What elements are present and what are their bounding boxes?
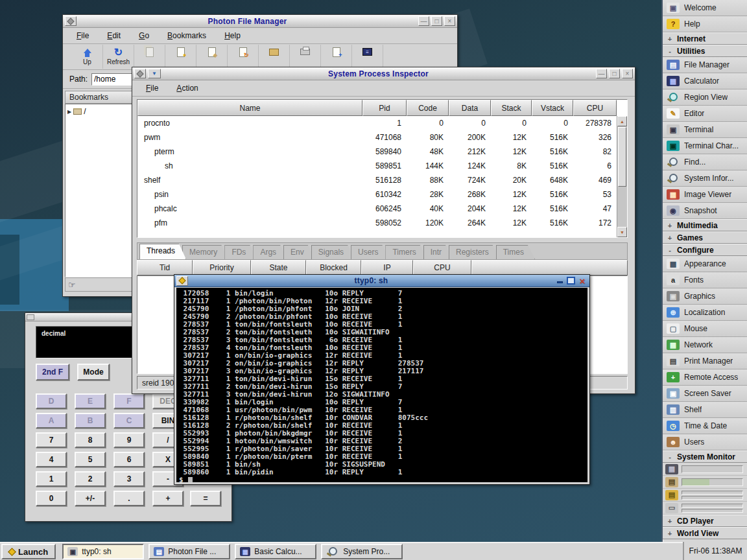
calc-button-2[interactable]: 2 — [75, 471, 106, 487]
toolbar-button-up[interactable]: Up — [72, 45, 103, 69]
toolbar-button-folder-new[interactable] — [259, 45, 290, 69]
column-header-name[interactable]: Name — [137, 100, 362, 116]
process-row-pfm[interactable]: pfm598052120K264K12K516K172 — [137, 216, 617, 230]
tab-signals[interactable]: Signals — [311, 245, 355, 259]
minimize-button[interactable] — [554, 277, 565, 285]
bookmarks-tree[interactable]: ▶ / — [65, 104, 139, 277]
tab-threads[interactable]: Threads — [139, 244, 186, 259]
shelf-item-file-manager[interactable]: ▤File Manager — [663, 57, 747, 73]
shelf-item-snapshot[interactable]: ◉Snapshot — [663, 203, 747, 219]
minimize-button[interactable]: — — [418, 16, 429, 26]
process-row-psin[interactable]: psin61034228K268K12K516K53 — [137, 187, 617, 202]
shelf-item-mouse[interactable]: ▢Mouse — [663, 321, 747, 337]
close-button[interactable]: × — [444, 16, 455, 26]
toolbar-button-book[interactable]: ≡ — [352, 45, 383, 69]
calc-button-6[interactable]: 6 — [113, 452, 145, 467]
tab-memory[interactable]: Memory — [182, 245, 228, 259]
shelf-item-remote-access[interactable]: +Remote Access — [663, 369, 747, 386]
shelf-item-help[interactable]: ?Help — [663, 16, 747, 32]
toolbar-button-doc-key[interactable]: ● — [165, 45, 196, 69]
shelf-item-system-infor[interactable]: System Infor... — [663, 170, 747, 187]
tab-timers[interactable]: Timers — [385, 245, 427, 259]
window-menu-button[interactable] — [65, 16, 77, 26]
shelf-item-shelf[interactable]: ▥Shelf — [663, 402, 747, 418]
shelf-item-calculator[interactable]: ▦Calculator — [663, 73, 747, 89]
minimize-button[interactable]: — — [596, 69, 607, 78]
collapse-button[interactable]: ▼ — [148, 69, 161, 78]
column-header-cpu[interactable]: CPU — [573, 100, 617, 116]
calc-button-d[interactable]: D — [36, 393, 67, 409]
task-button-ttyp0-sh[interactable]: ▣ttyp0: sh — [62, 544, 144, 559]
calc-button-mode[interactable]: Mode — [77, 364, 110, 380]
window-menu-button[interactable] — [176, 276, 188, 286]
close-button[interactable]: × — [622, 69, 633, 78]
window-menu-button[interactable] — [134, 69, 146, 78]
task-button-system-pro[interactable]: System Pro... — [321, 544, 403, 559]
process-row-phcalc[interactable]: phcalc60624540K204K12K516K47 — [137, 202, 617, 216]
calc-button-[interactable]: . — [113, 491, 145, 506]
calc-button-4[interactable]: 4 — [36, 452, 67, 467]
calc-button-b[interactable]: B — [75, 413, 106, 428]
calc-button-1[interactable]: 1 — [36, 471, 67, 487]
shelf-group-multimedia[interactable]: +Multimedia — [663, 219, 747, 231]
thread-column-header-blocked[interactable]: Blocked — [306, 260, 361, 275]
file-manager-titlebar[interactable]: Photon File Manager — □ × — [63, 15, 457, 28]
thread-column-header-priority[interactable]: Priority — [193, 260, 251, 275]
shelf-item-image-viewer[interactable]: ▦Image Viewer — [663, 187, 747, 203]
launch-button[interactable]: Launch — [1, 544, 56, 559]
process-table-scrollbar[interactable]: ▲ ▼ — [617, 116, 627, 237]
calc-button-[interactable]: +/- — [75, 491, 106, 506]
calc-button-f[interactable]: F — [113, 393, 145, 409]
calc-button-8[interactable]: 8 — [75, 432, 106, 448]
tab-args[interactable]: Args — [253, 245, 287, 259]
shelf-group-internet[interactable]: +Internet — [663, 32, 747, 45]
window-menu-button[interactable] — [27, 314, 34, 320]
tab-fds[interactable]: FDs — [224, 245, 257, 259]
shelf-item-users[interactable]: ☻Users — [663, 434, 747, 450]
tab-times[interactable]: Times — [496, 245, 535, 259]
thread-column-header-tid[interactable]: Tid — [137, 260, 193, 275]
menu-edit[interactable]: Edit — [99, 29, 129, 42]
column-header-vstack[interactable]: Vstack — [532, 100, 573, 116]
column-header-stack[interactable]: Stack — [491, 100, 532, 116]
calc-button-c[interactable]: C — [113, 413, 145, 428]
expand-arrow-icon[interactable]: ▶ — [67, 109, 71, 115]
shelf-item-network[interactable]: ▦Network — [663, 337, 747, 353]
shelf-item-editor[interactable]: ✎Editor — [663, 106, 747, 122]
close-button[interactable]: × — [577, 275, 587, 286]
tab-users[interactable]: Users — [351, 245, 389, 259]
shelf-item-terminal-char[interactable]: ▣Terminal Char... — [663, 138, 747, 154]
shelf-item-welcome[interactable]: ▣Welcome — [663, 0, 747, 16]
toolbar-button-doc-add[interactable]: + — [321, 45, 352, 69]
shelf-item-find[interactable]: Find... — [663, 154, 747, 170]
shelf-item-print-manager[interactable]: ▤Print Manager — [663, 353, 747, 369]
terminal-titlebar[interactable]: ttyp0: sh × — [174, 275, 589, 287]
menu-file[interactable]: File — [68, 29, 97, 42]
column-header-code[interactable]: Code — [407, 100, 449, 116]
shelf-item-appearance[interactable]: ▩Appearance — [663, 256, 747, 272]
maximize-button[interactable] — [567, 277, 575, 285]
maximize-button[interactable]: □ — [431, 16, 442, 26]
bookmark-root-item[interactable]: ▶ / — [67, 107, 136, 116]
calc-button-9[interactable]: 9 — [113, 432, 145, 448]
shelf-item-graphics[interactable]: ▣Graphics — [663, 288, 747, 305]
column-header-data[interactable]: Data — [449, 100, 491, 116]
menu-bookmarks[interactable]: Bookmarks — [159, 29, 215, 42]
tab-env[interactable]: Env — [283, 245, 315, 259]
maximize-button[interactable]: □ — [609, 69, 620, 78]
thread-column-header-state[interactable]: State — [251, 260, 306, 275]
menu-help[interactable]: Help — [216, 29, 249, 42]
calc-button-0[interactable]: 0 — [36, 491, 67, 506]
shelf-item-screen-saver[interactable]: ▣Screen Saver — [663, 386, 747, 402]
shelf-group-utilities[interactable]: -Utilities — [663, 45, 747, 57]
menu-go[interactable]: Go — [130, 29, 158, 42]
shelf-item-localization[interactable]: ⊕Localization — [663, 305, 747, 321]
scroll-down-icon[interactable]: ▼ — [617, 227, 627, 237]
process-inspector-titlebar[interactable]: ▼ System Process Inspector — □ × — [132, 67, 635, 80]
shelf-item-region-view[interactable]: Region View — [663, 89, 747, 106]
thread-column-header-ip[interactable]: IP — [361, 260, 413, 275]
tab-registers[interactable]: Registers — [449, 245, 500, 259]
shelf-item-fonts[interactable]: aFonts — [663, 272, 747, 288]
calc-button-3[interactable]: 3 — [113, 471, 145, 487]
menu-file[interactable]: File — [137, 82, 167, 95]
